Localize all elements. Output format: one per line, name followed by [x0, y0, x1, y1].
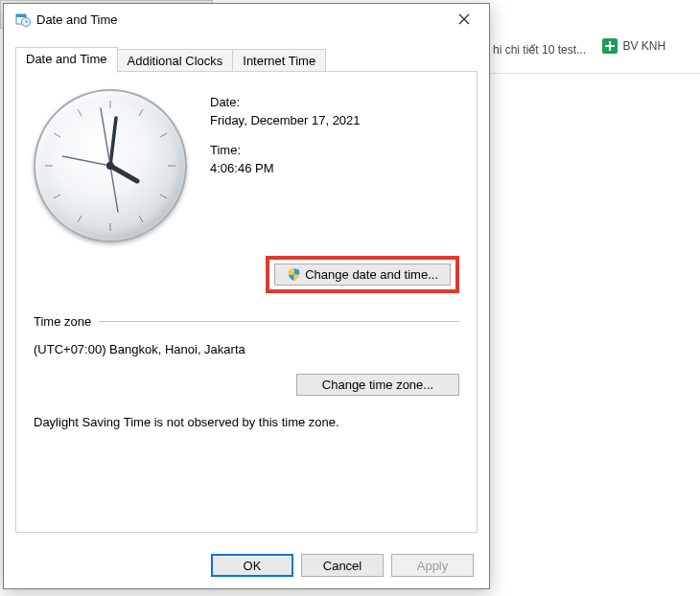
svg-line-12	[54, 195, 60, 198]
cancel-button[interactable]: Cancel	[301, 554, 384, 577]
svg-point-19	[106, 162, 114, 170]
svg-line-16	[110, 118, 116, 166]
close-button[interactable]	[445, 6, 483, 33]
svg-line-8	[139, 109, 143, 116]
svg-line-9	[78, 216, 82, 222]
ok-button[interactable]: OK	[211, 554, 293, 577]
tab-panel: Date: Friday, December 17, 2021 Time: 4:…	[15, 71, 478, 533]
change-date-time-button[interactable]: Change date and time...	[274, 264, 451, 286]
apply-button[interactable]: Apply	[391, 554, 474, 577]
bookmark-item[interactable]: hi chi tiết 10 test...	[493, 43, 586, 57]
date-label: Date:	[210, 95, 361, 109]
date-value: Friday, December 17, 2021	[210, 113, 361, 127]
svg-line-14	[160, 195, 167, 198]
time-label: Time:	[210, 143, 361, 157]
svg-line-10	[139, 216, 143, 222]
date-time-icon	[15, 11, 31, 27]
bookmark-item[interactable]: BV KNH	[602, 38, 665, 54]
close-icon	[458, 13, 470, 25]
dst-info: Daylight Saving Time is not observed by …	[34, 415, 459, 429]
tab-date-and-time[interactable]: Date and Time	[15, 47, 118, 73]
dialog-button-row: OK Cancel Apply	[211, 554, 474, 577]
date-time-dialog: Date and Time Date and Time Additional C…	[3, 3, 490, 589]
tab-strip: Date and Time Additional Clocks Internet…	[15, 47, 478, 72]
control-panel-page: lock and Region Date and Time Set the ti…	[487, 73, 700, 596]
timezone-value: (UTC+07:00) Bangkok, Hanoi, Jakarta	[34, 342, 459, 356]
svg-rect-1	[16, 14, 26, 17]
date-time-info: Date: Friday, December 17, 2021 Time: 4:…	[210, 89, 361, 242]
tutorial-highlight: Change date and time...	[266, 256, 459, 293]
uac-shield-icon	[287, 267, 301, 282]
svg-line-18	[62, 156, 110, 166]
bookmarks-bar: hi chi tiết 10 test... BV KNH	[487, 34, 700, 59]
svg-line-13	[160, 133, 167, 137]
svg-line-15	[110, 166, 137, 181]
analog-clock	[34, 89, 187, 242]
time-value: 4:06:46 PM	[210, 161, 361, 175]
sheets-icon	[602, 38, 618, 54]
dialog-titlebar: Date and Time	[4, 4, 489, 34]
clock-hands	[34, 89, 187, 242]
timezone-section-header: Time zone	[34, 314, 459, 329]
svg-line-11	[54, 133, 60, 137]
svg-line-7	[78, 109, 82, 116]
change-time-zone-button[interactable]: Change time zone...	[296, 374, 459, 396]
dialog-title: Date and Time	[36, 12, 445, 27]
